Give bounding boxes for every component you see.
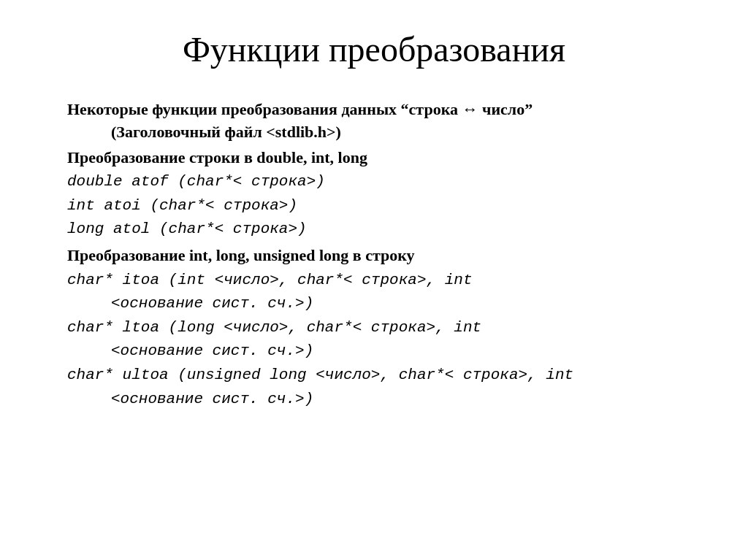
code-block-1: double atof (char*< строка>) int atoi (c… xyxy=(67,170,681,242)
code-ltoa-line2: <основание сист. сч.>) xyxy=(67,340,681,364)
code-line-atol: long atol (char*< строка>) xyxy=(67,218,681,242)
page-container: Функции преобразования Некоторые функции… xyxy=(23,0,725,440)
section2-header: Преобразование int, long, unsigned long … xyxy=(67,245,681,267)
code-block-2: char* itoa (int <число>, char*< строка>,… xyxy=(67,269,681,411)
code-ultoa-line2: <основание сист. сч.>) xyxy=(67,388,681,412)
code-line-atoi: int atoi (char*< строка>) xyxy=(67,194,681,218)
intro-bold-text: Некоторые функции преобразования данных … xyxy=(67,99,681,144)
code-itoa-line1: char* itoa (int <число>, char*< строка>,… xyxy=(67,269,681,293)
slide-title: Функции преобразования xyxy=(67,29,681,69)
section1-header: Преобразование строки в double, int, lon… xyxy=(67,147,681,169)
code-line-atof: double atof (char*< строка>) xyxy=(67,170,681,194)
code-itoa-line2: <основание сист. сч.>) xyxy=(67,292,681,316)
code-ultoa-line1: char* ultoa (unsigned long <число>, char… xyxy=(67,364,681,388)
code-ltoa-line1: char* ltoa (long <число>, char*< строка>… xyxy=(67,316,681,340)
intro-line2: (Заголовочный файл <stdlib.h>) xyxy=(67,121,681,144)
intro-line1: Некоторые функции преобразования данных … xyxy=(67,100,533,118)
content-section: Некоторые функции преобразования данных … xyxy=(67,99,681,411)
